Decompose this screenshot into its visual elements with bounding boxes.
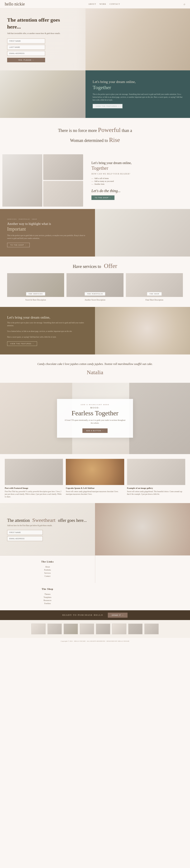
preview-thumb-4	[96, 624, 110, 634]
bottom-hero-email-input[interactable]	[7, 536, 43, 541]
hero-form: YES, PLEASE →	[7, 38, 69, 62]
blog-excerpt-1: Sweet roll cotton candy gingerbread marz…	[66, 490, 124, 496]
quote-word-script2: Rise	[109, 136, 120, 143]
teal-section-content: Let's bring your dream online, Together …	[86, 70, 190, 118]
brown-nav-text: SERVICES · PORTFOLIO · SHOP	[7, 218, 88, 220]
blog-card-1: Cupcake Ipsum & Left Sidebar Sweet roll …	[66, 459, 124, 498]
section-two-content: Let's bring your dream online, Together …	[86, 152, 190, 209]
hero-submit-button[interactable]: YES, PLEASE →	[7, 58, 45, 62]
footer-link-1[interactable]: Portfolio	[9, 569, 86, 571]
preview-thumb-1	[48, 624, 62, 634]
service-desc-2: Final Short Description	[126, 299, 183, 301]
blog-title-1: Cupcake Ipsum & Left Sidebar	[66, 487, 124, 489]
section-two: Let's bring your dream online, Together …	[0, 152, 190, 209]
mood-text: A Great CTA spans intentionally, or use …	[64, 419, 126, 425]
nav-link-about[interactable]: ABOUT	[88, 3, 96, 5]
bottom-hero-text: Add text here for the First Base put bel…	[7, 524, 88, 527]
brown-title: Another way to highlight what is	[7, 222, 88, 226]
services-section: Have services to Offer THE SERVICES Swee…	[0, 256, 190, 307]
bottom-hero-image	[95, 503, 190, 555]
navigation: hello nickie ABOUT WORK CONTACT ⌕	[0, 0, 190, 8]
nav-link-work[interactable]: WORK	[99, 3, 106, 5]
service-card-2: THE SHOP Final Short Description	[126, 273, 183, 301]
service-image-2: THE SHOP	[126, 273, 183, 297]
service-card-1: THE PORTFOLIO Another Sweet Description	[66, 273, 124, 301]
footer-col2-title: The Shop	[9, 588, 86, 590]
hero-firstname-input[interactable]	[7, 38, 45, 43]
brown-btn[interactable]: TO THE SHOP →	[7, 243, 30, 247]
bottom-hero-firstname-input[interactable]	[7, 530, 43, 535]
big-cta-content: Let's bring your dream online, This is t…	[0, 307, 95, 354]
section-two-sub: HOW CAN WE HELP YOUR READER?	[91, 173, 184, 175]
quote-section: There is no force more Powerful than a W…	[0, 118, 190, 152]
brown-section-image	[95, 209, 190, 256]
blog-card-0: Post with Featured Image First Post Titl…	[5, 459, 63, 498]
mood-title: Fearless Together	[64, 409, 126, 417]
footer-shop-link-2[interactable]: Resources	[9, 599, 86, 601]
footer-link-2[interactable]: Services	[9, 572, 86, 574]
blog-title-2: Example of an image gallery	[127, 487, 185, 489]
mood-right-image	[129, 383, 190, 454]
teal-title: Let's bring your dream online,	[93, 80, 183, 84]
nav-links: ABOUT WORK CONTACT	[88, 3, 120, 5]
preview-thumb-3	[80, 624, 94, 634]
big-cta-button[interactable]: VIEW THE FEATURES →	[7, 341, 37, 346]
nav-link-contact[interactable]: CONTACT	[109, 3, 120, 5]
purchase-bar: READY TO PURCHASE HELLO GRAB IT →	[0, 610, 190, 620]
hero-image	[86, 8, 190, 70]
checklist: Add a call of items Add as many as you n…	[91, 177, 184, 186]
service-desc-1: Another Sweet Description	[66, 299, 124, 301]
bottom-hero-form	[7, 530, 88, 541]
footer-links: The Links About Portfolio Services Conta…	[0, 555, 190, 610]
blog-section: Post with Featured Image First Post Titl…	[0, 454, 190, 503]
hero-email-input[interactable]	[7, 51, 45, 56]
footer-shop-link-3[interactable]: Freebies	[9, 602, 86, 604]
search-icon[interactable]: ⌕	[184, 2, 185, 6]
footer-shop-link-1[interactable]: Templates	[9, 596, 86, 598]
bottom-hero-section: The attention Sweetheart offer goes here…	[0, 503, 190, 555]
hero-section: The attention offer goes here... Add tha…	[0, 8, 190, 70]
big-cta-text: This is the perfect spot to place your s…	[7, 321, 88, 339]
purchase-text: READY TO PURCHASE HELLO	[62, 614, 103, 616]
blog-excerpt-0: First Post Title hey powerful! A catchy …	[5, 490, 63, 498]
services-title-script: Offer	[104, 262, 117, 269]
footer-link-0[interactable]: About	[9, 566, 86, 568]
footer-link-3[interactable]: Contact	[9, 575, 86, 577]
checklist-item-3: Another item	[91, 183, 184, 185]
bottom-hero-content: The attention Sweetheart offer goes here…	[0, 503, 95, 555]
footer-shop-link-0[interactable]: Themes	[9, 593, 86, 595]
teal-section-image	[0, 70, 86, 118]
testimonial-section: Candy chocolate cake I love jujubes cott…	[0, 354, 190, 383]
blog-excerpt-2: Sweet roll cotton candy gingerbread. Thi…	[127, 490, 185, 496]
brown-section-content: SERVICES · PORTFOLIO · SHOP Another way …	[0, 209, 95, 256]
section-two-img-large	[2, 154, 42, 207]
purchase-button[interactable]: GRAB IT →	[108, 613, 128, 618]
service-image-0: THE SERVICES	[7, 273, 64, 297]
preview-thumb-6	[128, 624, 142, 634]
testimonial-text: Candy chocolate cake I love jujubes cott…	[19, 362, 171, 367]
teal-cta-button[interactable]: VIEW THE FEATURES →	[93, 104, 123, 108]
section-two-images	[0, 152, 86, 209]
quote-line1: There is no force more	[58, 128, 97, 133]
checklist-item-1: Add a call of items	[91, 177, 184, 180]
blog-card-2: Example of an image gallery Sweet roll c…	[127, 459, 185, 498]
mood-section: ADD A HIGHLIGHT HERE MOOD: Fearless Toge…	[0, 383, 190, 454]
quote-line3: Woman determined to	[70, 138, 108, 143]
teal-text: This is the perfect spot to place your s…	[93, 93, 183, 101]
service-label-0: THE SERVICES	[26, 292, 45, 296]
section-two-img-bottom	[43, 181, 83, 207]
section-two-btn[interactable]: TO THE SHOP →	[91, 195, 115, 200]
section-two-title: Let's bring your dream online,	[91, 161, 184, 165]
quote-text: There is no force more Powerful than a W…	[14, 125, 176, 145]
hero-lastname-input[interactable]	[7, 45, 45, 50]
mood-eyebrow: ADD A HIGHLIGHT HERE	[64, 404, 126, 406]
teal-title-script: Together	[93, 84, 183, 91]
mood-btn[interactable]: ADD A BUTTON →	[83, 428, 107, 433]
blog-image-1	[66, 459, 124, 485]
service-image-1: THE PORTFOLIO	[66, 273, 124, 297]
big-cta-image	[95, 307, 190, 354]
mood-card: ADD A HIGHLIGHT HERE MOOD: Fearless Toge…	[57, 399, 133, 438]
nav-logo[interactable]: hello nickie	[5, 2, 25, 7]
brown-section: SERVICES · PORTFOLIO · SHOP Another way …	[0, 209, 190, 256]
blog-title-0: Post with Featured Image	[5, 487, 63, 489]
